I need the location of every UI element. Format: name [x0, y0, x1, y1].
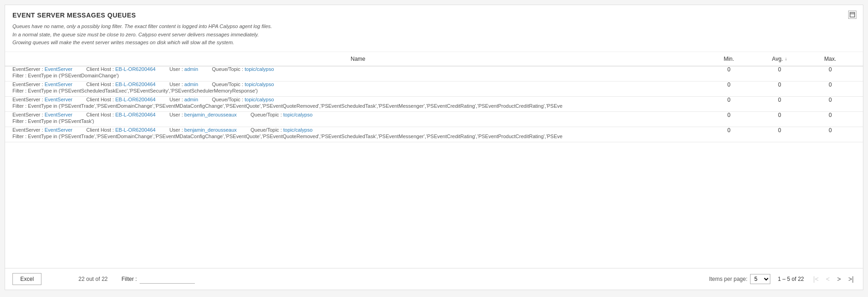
- desc-line-1: Queues have no name, only a possibly lon…: [12, 23, 856, 31]
- row-avg-1: 0: [754, 66, 805, 73]
- row-filter-2: Filter : EventType in ('PSEventScheduled…: [12, 88, 704, 96]
- row-info-2: EventServer : EventServer Client Host : …: [12, 82, 704, 87]
- row-filter-5: Filter : EventType in ('PSEventTrade','P…: [12, 134, 704, 142]
- client-host-label-5: Client Host : EB-L-OR6200464: [86, 127, 155, 133]
- col-header-max: Max.: [805, 56, 856, 62]
- table-row: EventServer : EventServer Client Host : …: [5, 112, 863, 127]
- row-min-4: 0: [704, 112, 754, 118]
- table-row: EventServer : EventServer Client Host : …: [5, 82, 863, 97]
- pagination-section: Items per page: 5 10 25 50 1 – 5 of 22 |…: [709, 274, 856, 284]
- event-server-label-5: EventServer : EventServer: [12, 127, 72, 133]
- table-row: EventServer : EventServer Client Host : …: [5, 97, 863, 112]
- row-upper-1: EventServer : EventServer Client Host : …: [12, 66, 856, 81]
- row-info-3: EventServer : EventServer Client Host : …: [12, 97, 704, 102]
- row-upper-3: EventServer : EventServer Client Host : …: [12, 97, 856, 111]
- row-upper-2: EventServer : EventServer Client Host : …: [12, 82, 856, 96]
- row-max-5: 0: [805, 127, 856, 134]
- out-of-count: 22 out of 22: [78, 276, 107, 282]
- row-avg-3: 0: [754, 97, 805, 103]
- row-max-2: 0: [805, 82, 856, 88]
- footer-section: Excel 22 out of 22 Filter : Items per pa…: [5, 268, 863, 290]
- nav-first-button[interactable]: |<: [811, 275, 821, 283]
- user-label-1: User : admin: [170, 66, 198, 72]
- row-min-3: 0: [704, 97, 754, 103]
- user-label-3: User : admin: [170, 97, 198, 102]
- row-filter-1: Filter : EventType in ('PSEventDomainCha…: [12, 73, 704, 81]
- event-server-label-2: EventServer : EventServer: [12, 82, 72, 87]
- filter-label: Filter :: [122, 276, 137, 282]
- row-name-col-3: EventServer : EventServer Client Host : …: [12, 97, 704, 111]
- page-info: 1 – 5 of 22: [778, 276, 804, 282]
- items-per-page-label: Items per page:: [709, 276, 747, 282]
- table-section: Name Min. Avg. ↓ Max. EventServer : Even…: [5, 52, 863, 165]
- nav-next-button[interactable]: >: [835, 275, 843, 283]
- col-header-name: Name: [12, 56, 704, 62]
- sort-arrow-icon: ↓: [785, 56, 787, 61]
- user-label-5: User : benjamin_derousseaux: [170, 127, 237, 133]
- queue-label-4: Queue/Topic : topic/calypso: [251, 112, 313, 117]
- client-host-label-2: Client Host : EB-L-OR6200464: [86, 82, 155, 87]
- row-info-5: EventServer : EventServer Client Host : …: [12, 127, 704, 133]
- client-host-label-4: Client Host : EB-L-OR6200464: [86, 112, 155, 117]
- row-filter-3: Filter : EventType in ('PSEventTrade','P…: [12, 103, 704, 111]
- queue-label-2: Queue/Topic : topic/calypso: [212, 82, 274, 87]
- row-name-col-2: EventServer : EventServer Client Host : …: [12, 82, 704, 96]
- client-host-label-3: Client Host : EB-L-OR6200464: [86, 97, 155, 102]
- row-max-1: 0: [805, 66, 856, 73]
- user-label-2: User : admin: [170, 82, 198, 87]
- filter-input[interactable]: [140, 275, 195, 284]
- page-title: EVENT SERVER MESSAGES QUEUES: [12, 12, 856, 19]
- table-body: EventServer : EventServer Client Host : …: [5, 66, 863, 165]
- row-name-col-5: EventServer : EventServer Client Host : …: [12, 127, 704, 142]
- description: Queues have no name, only a possibly lon…: [12, 23, 856, 47]
- row-max-4: 0: [805, 112, 856, 118]
- items-per-page-group: Items per page: 5 10 25 50: [709, 274, 770, 284]
- svg-rect-0: [850, 12, 855, 17]
- queue-label-5: Queue/Topic : topic/calypso: [251, 127, 313, 133]
- page-container: EVENT SERVER MESSAGES QUEUES Queues have…: [5, 5, 863, 290]
- window-icon[interactable]: [848, 11, 856, 19]
- row-avg-4: 0: [754, 112, 805, 118]
- filter-section: Filter :: [122, 275, 195, 284]
- row-min-1: 0: [704, 66, 754, 73]
- table-header: Name Min. Avg. ↓ Max.: [5, 52, 863, 66]
- desc-line-2: In a normal state, the queue size must b…: [12, 31, 856, 39]
- queue-label-1: Queue/Topic : topic/calypso: [212, 66, 274, 72]
- row-name-col-4: EventServer : EventServer Client Host : …: [12, 112, 704, 127]
- event-server-label-3: EventServer : EventServer: [12, 97, 72, 102]
- row-name-col-1: EventServer : EventServer Client Host : …: [12, 66, 704, 81]
- excel-button[interactable]: Excel: [12, 273, 41, 285]
- nav-prev-button[interactable]: <: [824, 275, 832, 283]
- row-max-3: 0: [805, 97, 856, 103]
- desc-line-3: Growing queues will make the event serve…: [12, 39, 856, 47]
- col-header-avg: Avg. ↓: [754, 56, 805, 62]
- row-info-1: EventServer : EventServer Client Host : …: [12, 66, 704, 72]
- table-row: EventServer : EventServer Client Host : …: [5, 127, 863, 142]
- row-min-2: 0: [704, 82, 754, 88]
- event-server-label-1: EventServer : EventServer: [12, 66, 72, 72]
- row-min-5: 0: [704, 127, 754, 134]
- row-upper-4: EventServer : EventServer Client Host : …: [12, 112, 856, 127]
- client-host-label-1: Client Host : EB-L-OR6200464: [86, 66, 155, 72]
- nav-last-button[interactable]: >|: [846, 275, 856, 283]
- header-section: EVENT SERVER MESSAGES QUEUES Queues have…: [5, 5, 863, 52]
- per-page-select[interactable]: 5 10 25 50: [750, 274, 770, 284]
- row-avg-5: 0: [754, 127, 805, 134]
- row-upper-5: EventServer : EventServer Client Host : …: [12, 127, 856, 142]
- row-info-4: EventServer : EventServer Client Host : …: [12, 112, 704, 117]
- row-avg-2: 0: [754, 82, 805, 88]
- table-row: EventServer : EventServer Client Host : …: [5, 66, 863, 82]
- col-header-min: Min.: [704, 56, 754, 62]
- queue-label-3: Queue/Topic : topic/calypso: [212, 97, 274, 102]
- user-label-4: User : benjamin_derousseaux: [170, 112, 237, 117]
- event-server-label-4: EventServer : EventServer: [12, 112, 72, 117]
- row-filter-4: Filter : EventType in ('PSEventTask'): [12, 118, 704, 127]
